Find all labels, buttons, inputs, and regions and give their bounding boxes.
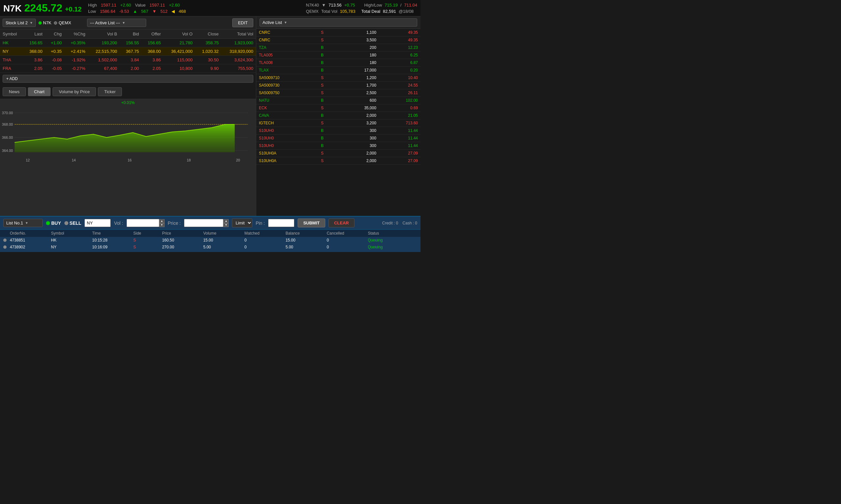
active-side: B xyxy=(318,59,337,67)
active-qty: 3,500 xyxy=(337,36,379,44)
cash-label: Cash : 0 xyxy=(402,221,417,226)
active-qty: 1,100 xyxy=(337,29,379,36)
col-last: Last xyxy=(23,30,45,39)
highlow-low: 711.04 xyxy=(404,3,417,7)
active-price: 11.44 xyxy=(379,142,420,150)
low-label: Low xyxy=(88,9,96,14)
order-row[interactable]: 4738902 NY 10:16:09 S 270.00 5.00 0 5.00… xyxy=(0,244,420,251)
table-row[interactable]: FRA2.05-0.05-0.27%67,4002.002.0510,8009.… xyxy=(0,64,256,73)
order-volume: 15.00 xyxy=(203,238,244,242)
active-side: B xyxy=(318,127,337,134)
low-val: 1586.64 xyxy=(100,9,115,14)
vol-up-btn[interactable]: ▲ xyxy=(159,219,165,223)
active-list-header-dropdown[interactable]: Active List ▼ xyxy=(259,18,417,26)
active-symbol: NATU xyxy=(256,97,318,104)
active-list-row[interactable]: IGTECH S 3,200 713.60 xyxy=(256,120,420,127)
active-list-dropdown[interactable]: --- Active List --- ▼ xyxy=(87,19,146,27)
col-tvol: Total Vol xyxy=(221,30,256,39)
active-list-row[interactable]: S10UH0 B 300 11.44 xyxy=(256,142,420,150)
active-list-scroll[interactable]: CNRC S 1,100 49.35 CNRC S 3,500 49.35 TZ… xyxy=(256,29,420,216)
active-list-row[interactable]: S10UH0 B 300 11.44 xyxy=(256,127,420,134)
symbol-input[interactable]: NY xyxy=(84,219,111,227)
pin-input[interactable] xyxy=(268,219,294,227)
low-chg: -9.53 xyxy=(119,9,129,14)
tab-volume-by-price[interactable]: Volume by Price xyxy=(53,87,96,96)
table-row[interactable]: THA3.86-0.08-1.92%1,502,0003.843.86115,0… xyxy=(0,56,256,64)
order-row[interactable]: 4738851 HK 10:15:28 S 160.50 15.00 0 15.… xyxy=(0,237,420,244)
table-row[interactable]: HK156.65+1.00+0.35%193,200156.55156.6521… xyxy=(0,39,256,47)
active-side: B xyxy=(318,112,337,120)
active-qty: 180 xyxy=(337,52,379,59)
active-list-row[interactable]: TLAX B 17,000 0.20 xyxy=(256,67,420,74)
active-list-row[interactable]: TLA005 B 180 6.25 xyxy=(256,52,420,59)
radio-qemx[interactable]: QEMX xyxy=(54,20,71,25)
active-qty: 2,000 xyxy=(337,157,379,165)
radio-n7k-label: N7K xyxy=(43,20,51,25)
credit-label: Credit : 0 xyxy=(382,221,398,226)
order-type-select[interactable]: Limit xyxy=(232,218,252,228)
active-price: 49.35 xyxy=(379,29,420,36)
active-list-row[interactable]: CNRC S 3,500 49.35 xyxy=(256,36,420,44)
order-symbol: HK xyxy=(51,238,92,242)
stock-list-dropdown[interactable]: Stock List 2 ▼ xyxy=(3,19,36,27)
order-cancelled: 0 xyxy=(327,245,367,249)
active-list-row[interactable]: SA5009750 S 2,500 26.11 xyxy=(256,89,420,97)
active-list-row[interactable]: TLA008 B 180 6.87 xyxy=(256,59,420,67)
edit-button[interactable]: EDIT xyxy=(232,18,253,27)
vol-input[interactable] xyxy=(126,219,159,227)
tab-news[interactable]: News xyxy=(3,87,26,96)
highlow-high: 715.19 xyxy=(385,3,398,7)
price-input[interactable] xyxy=(184,219,223,227)
chart-change-pct: +0.01% xyxy=(1,101,255,105)
radio-n7k[interactable]: N7K xyxy=(38,20,51,25)
order-no: 4738851 xyxy=(10,238,51,242)
active-list-row[interactable]: SA5009730 S 1,700 24.55 xyxy=(256,82,420,89)
active-list-row[interactable]: S10UH0A S 2,000 27.09 xyxy=(256,157,420,165)
total-deal-val: 82,591 xyxy=(383,9,396,14)
active-list-header: Active List ▼ xyxy=(256,16,420,29)
n7k40-chg: +0.75 xyxy=(344,3,355,7)
active-qty: 600 xyxy=(337,97,379,104)
header-right: N7K40 ▼ 713.56 +0.75 High/Low 715.19 / 7… xyxy=(306,3,417,14)
order-volume: 5.00 xyxy=(203,245,244,249)
active-list-row[interactable]: SA5009710 S 1,200 10.40 xyxy=(256,74,420,82)
tab-bar: News Chart Volume by Price Ticker xyxy=(0,85,256,99)
clear-button[interactable]: CLEAR xyxy=(328,218,355,228)
active-symbol: TLA008 xyxy=(256,59,318,67)
order-status: Queuing xyxy=(368,245,417,249)
sell-radio[interactable]: SELL xyxy=(64,220,82,226)
list-no-dropdown[interactable]: List No.1 ▼ xyxy=(3,219,43,227)
bottom-panel: List No.1 ▼ BUY SELL NY Vol : ▲ ▼ Price … xyxy=(0,216,420,252)
vol-flat: 468 xyxy=(179,9,186,14)
order-balance-header: Balance xyxy=(286,231,327,236)
active-list-row[interactable]: S10UH0 B 300 11.44 xyxy=(256,134,420,142)
submit-button[interactable]: SUBMIT xyxy=(298,218,325,228)
col-offer: Offer xyxy=(142,30,164,39)
order-dot xyxy=(3,246,6,249)
svg-text:370.00: 370.00 xyxy=(2,111,13,115)
buy-radio[interactable]: BUY xyxy=(46,220,61,226)
ticker-symbol: N7K xyxy=(3,3,22,14)
vol-dn-btn[interactable]: ▼ xyxy=(159,223,165,227)
active-symbol: S10UH0A xyxy=(256,150,318,157)
order-no-header: OrderNo. xyxy=(10,231,51,236)
price-up-btn[interactable]: ▲ xyxy=(223,219,229,223)
vol-stepper[interactable]: ▲ ▼ xyxy=(159,219,165,227)
active-list-row[interactable]: CAVA B 2,000 21.05 xyxy=(256,112,420,120)
price-stepper[interactable]: ▲ ▼ xyxy=(223,219,229,227)
buy-dot xyxy=(46,221,50,225)
active-list-row[interactable]: CNRC S 1,100 49.35 xyxy=(256,29,420,36)
right-panel: Active List ▼ CNRC S 1,100 49.35 CNRC S … xyxy=(256,16,420,216)
tab-ticker[interactable]: Ticker xyxy=(98,87,122,96)
price-dn-btn[interactable]: ▼ xyxy=(223,223,229,227)
active-side: S xyxy=(318,74,337,82)
active-list-row[interactable]: NATU B 600 102.00 xyxy=(256,97,420,104)
active-list-row[interactable]: TZA B 200 12.23 xyxy=(256,44,420,52)
tab-chart[interactable]: Chart xyxy=(28,87,51,96)
order-status-header: Status xyxy=(368,231,417,236)
active-list-row[interactable]: S10UH0A S 2,000 27.09 xyxy=(256,150,420,157)
order-dot xyxy=(3,238,6,242)
active-list-row[interactable]: ECK S 35,000 0.69 xyxy=(256,104,420,112)
add-button[interactable]: + ADD xyxy=(3,75,253,83)
table-row[interactable]: NY368.00+0.35+2.41%22,515,700367.75368.0… xyxy=(0,47,256,56)
